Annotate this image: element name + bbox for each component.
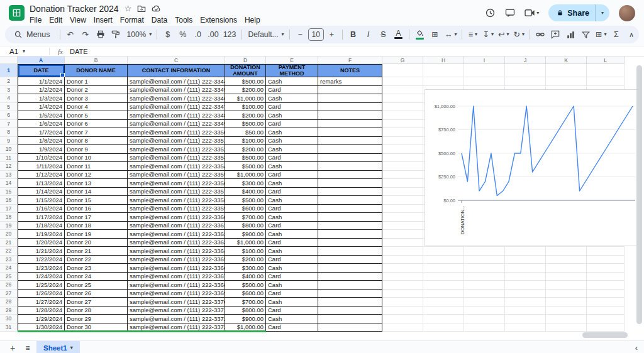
cell-A23[interactable]: 1/22/2024 xyxy=(18,256,65,264)
cell-C6[interactable]: sample@email.com / (111) 222-3348 xyxy=(128,111,225,120)
row-header-19[interactable]: 19 xyxy=(0,222,18,231)
scroll-left-icon[interactable]: ‹ xyxy=(635,343,638,352)
cell[interactable] xyxy=(505,323,546,332)
cell-A26[interactable]: 1/25/2024 xyxy=(18,281,65,290)
cell[interactable] xyxy=(423,273,464,281)
header-cell-contact-information[interactable]: CONTACT INFORMATION xyxy=(128,64,225,77)
cell-C20[interactable]: sample@email.com / (111) 222-3362 xyxy=(128,230,225,239)
cell-A29[interactable]: 1/28/2024 xyxy=(18,307,65,315)
cell-C16[interactable]: sample@email.com / (111) 222-3358 xyxy=(128,196,225,205)
cell-B11[interactable]: Donor 10 xyxy=(65,154,128,163)
cell[interactable] xyxy=(505,290,546,298)
row-header-25[interactable]: 25 xyxy=(0,273,18,281)
cell-F25[interactable] xyxy=(318,273,382,281)
cell-E2[interactable]: Cash xyxy=(266,77,318,86)
cell-D18[interactable]: $700.00 xyxy=(225,213,266,222)
cell[interactable] xyxy=(546,298,587,307)
row-header-15[interactable]: 15 xyxy=(0,188,18,197)
cell-C18[interactable]: sample@email.com / (111) 222-3360 xyxy=(128,213,225,222)
cell[interactable] xyxy=(382,120,423,129)
cell-F9[interactable] xyxy=(318,137,382,146)
cell-A22[interactable]: 1/21/2024 xyxy=(18,247,65,256)
undo-button[interactable]: ↶ xyxy=(64,28,78,42)
cell-C21[interactable]: sample@email.com / (111) 222-3363 xyxy=(128,239,225,247)
cell[interactable] xyxy=(464,307,505,315)
document-title[interactable]: Donation Tracker 2024 xyxy=(30,4,119,14)
increase-decimals-button[interactable]: .00 xyxy=(206,28,220,42)
cell-C4[interactable]: sample@email.com / (111) 222-3346 xyxy=(128,94,225,103)
cell-D24[interactable]: $300.00 xyxy=(225,264,266,273)
cell[interactable] xyxy=(382,290,423,298)
cell[interactable] xyxy=(464,281,505,290)
cell[interactable] xyxy=(382,213,423,222)
menu-edit[interactable]: Edit xyxy=(45,15,66,25)
text-color-button[interactable]: A xyxy=(391,28,406,42)
cell-C11[interactable]: sample@email.com / (111) 222-3353 xyxy=(128,154,225,163)
cell-C14[interactable]: sample@email.com / (111) 222-3356 xyxy=(128,179,225,188)
cell-E4[interactable]: Cash xyxy=(266,94,318,103)
cell-C5[interactable]: sample@email.com / (111) 222-3347 xyxy=(128,103,225,112)
row-header-27[interactable]: 27 xyxy=(0,290,18,298)
cell-D19[interactable]: $800.00 xyxy=(225,222,266,231)
cell-F17[interactable] xyxy=(318,205,382,214)
cell-F28[interactable] xyxy=(318,298,382,307)
cell[interactable] xyxy=(587,315,625,323)
cell[interactable] xyxy=(505,64,546,77)
cell-C19[interactable]: sample@email.com / (111) 222-3361 xyxy=(128,222,225,231)
cell-D14[interactable]: $300.00 xyxy=(225,179,266,188)
cell-E14[interactable]: Cash xyxy=(266,179,318,188)
menu-format[interactable]: Format xyxy=(116,15,148,25)
cell-A5[interactable]: 1/4/2024 xyxy=(18,103,65,112)
cell[interactable] xyxy=(587,264,625,273)
cell-D13[interactable]: $1,000.00 xyxy=(225,171,266,180)
cell[interactable] xyxy=(382,264,423,273)
cell[interactable] xyxy=(505,307,546,315)
cell-B8[interactable]: Donor 7 xyxy=(65,128,128,137)
cell[interactable] xyxy=(382,179,423,188)
cell-D4[interactable]: $1,000.00 xyxy=(225,94,266,103)
cell-F16[interactable] xyxy=(318,196,382,205)
avatar[interactable] xyxy=(619,5,635,21)
cell[interactable] xyxy=(423,298,464,307)
row-header-20[interactable]: 20 xyxy=(0,230,18,239)
cell-D15[interactable]: $400.00 xyxy=(225,188,266,197)
cell-E24[interactable]: Cash xyxy=(266,264,318,273)
cell[interactable] xyxy=(546,315,587,323)
menu-insert[interactable]: Insert xyxy=(90,15,116,25)
cell-D10[interactable]: $200.00 xyxy=(225,145,266,154)
row-header-7[interactable]: 7 xyxy=(0,120,18,129)
cell-E19[interactable]: Card xyxy=(266,222,318,231)
cell-E12[interactable]: Cash xyxy=(266,162,318,171)
cell[interactable] xyxy=(382,171,423,180)
cell-F5[interactable] xyxy=(318,103,382,112)
cell-A4[interactable]: 1/3/2024 xyxy=(18,94,65,103)
decrease-font-size-button[interactable]: − xyxy=(293,28,308,42)
font-select[interactable]: Default...▾ xyxy=(245,28,286,42)
cell-C30[interactable]: sample@email.com / (111) 222-3372 xyxy=(128,315,225,323)
cell-C10[interactable]: sample@email.com / (111) 222-3352 xyxy=(128,145,225,154)
menu-extensions[interactable]: Extensions xyxy=(196,15,241,25)
cell[interactable] xyxy=(382,315,423,323)
cell-E15[interactable]: Card xyxy=(266,188,318,197)
cell-A24[interactable]: 1/23/2024 xyxy=(18,264,65,273)
merge-cells-button[interactable]: ↔▾ xyxy=(443,28,459,42)
cell-C28[interactable]: sample@email.com / (111) 222-3370 xyxy=(128,298,225,307)
cell-E20[interactable]: Cash xyxy=(266,230,318,239)
cell-C12[interactable]: sample@email.com / (111) 222-3354 xyxy=(128,162,225,171)
cell[interactable] xyxy=(382,103,423,112)
cell-A30[interactable]: 1/29/2024 xyxy=(18,315,65,323)
row-header-24[interactable]: 24 xyxy=(0,264,18,273)
cell-E31[interactable]: Card xyxy=(266,323,318,332)
cell-B16[interactable]: Donor 15 xyxy=(65,196,128,205)
cell-E28[interactable]: Cash xyxy=(266,298,318,307)
row-header-16[interactable]: 16 xyxy=(0,196,18,205)
cell-C27[interactable]: sample@email.com / (111) 222-3369 xyxy=(128,290,225,298)
cell-F18[interactable] xyxy=(318,213,382,222)
cell-A2[interactable]: 1/1/2024 xyxy=(18,77,65,86)
cell[interactable] xyxy=(546,264,587,273)
text-rotation-button[interactable]: ↻▾ xyxy=(511,28,526,42)
cell[interactable] xyxy=(587,290,625,298)
cell-E22[interactable]: Cash xyxy=(266,247,318,256)
cell[interactable] xyxy=(382,162,423,171)
cell-A10[interactable]: 1/9/2024 xyxy=(18,145,65,154)
